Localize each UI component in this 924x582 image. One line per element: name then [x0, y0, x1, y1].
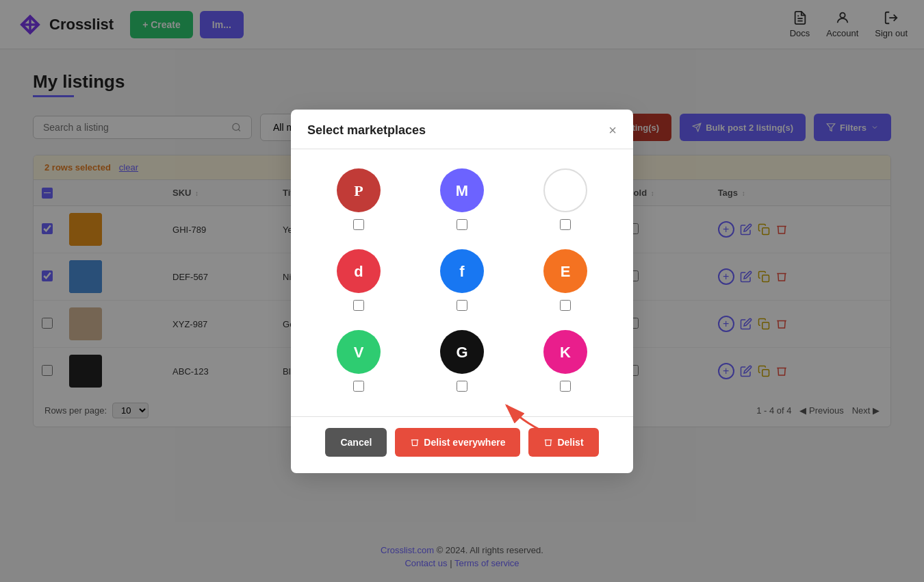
modal-overlay[interactable]: Select marketplaces × P M — [0, 0, 924, 582]
delist-everywhere-icon — [410, 438, 420, 447]
mercari-checkbox[interactable] — [457, 219, 467, 230]
google-icon: 🛍 — [543, 168, 587, 212]
modal-body: P M 🛍 — [291, 149, 633, 411]
depop-checkbox[interactable] — [353, 300, 364, 311]
poshmark-checkbox[interactable] — [353, 219, 364, 230]
facebook-icon: f — [440, 249, 484, 293]
marketplace-item-google: 🛍 — [543, 168, 587, 230]
etsy-checkbox[interactable] — [560, 300, 571, 311]
grailed-checkbox[interactable] — [457, 381, 467, 392]
google-checkbox[interactable] — [560, 219, 571, 230]
svg-text:M: M — [456, 182, 468, 199]
svg-text:P: P — [355, 182, 363, 199]
marketplace-item-mercari: M — [440, 168, 484, 230]
vestiaire-icon: V — [337, 330, 381, 374]
etsy-icon: E — [543, 249, 587, 293]
kidizen-checkbox[interactable] — [560, 381, 571, 392]
grailed-icon: G — [440, 330, 484, 374]
svg-text:V: V — [354, 344, 364, 361]
svg-text:K: K — [560, 344, 571, 361]
depop-icon: d — [337, 249, 381, 293]
svg-text:f: f — [459, 263, 465, 280]
cancel-button[interactable]: Cancel — [325, 428, 387, 457]
marketplace-item-facebook: f — [440, 249, 484, 311]
marketplace-item-poshmark: P — [337, 168, 381, 230]
svg-text:d: d — [355, 263, 363, 280]
marketplace-item-grailed: G — [440, 330, 484, 392]
delist-icon — [543, 438, 553, 447]
mercari-icon: M — [440, 168, 484, 212]
modal-header: Select marketplaces × — [291, 110, 633, 149]
modal-divider — [291, 416, 633, 417]
modal-close-button[interactable]: × — [608, 123, 617, 137]
poshmark-icon: P — [337, 168, 381, 212]
modal-footer: Cancel Delist everywhere Delist — [291, 428, 633, 473]
vestiaire-checkbox[interactable] — [353, 381, 364, 392]
marketplace-item-depop: d — [337, 249, 381, 311]
facebook-checkbox[interactable] — [457, 300, 467, 311]
marketplace-item-kidizen: K — [543, 330, 587, 392]
kidizen-icon: K — [543, 330, 587, 374]
marketplace-item-vestiaire: V — [337, 330, 381, 392]
modal-title: Select marketplaces — [307, 123, 426, 138]
select-marketplaces-modal: Select marketplaces × P M — [291, 110, 633, 473]
delist-everywhere-button[interactable]: Delist everywhere — [395, 428, 520, 457]
marketplace-grid: P M 🛍 — [307, 168, 617, 392]
marketplace-item-etsy: E — [543, 249, 587, 311]
delist-button[interactable]: Delist — [528, 428, 598, 457]
svg-text:E: E — [560, 263, 570, 280]
svg-text:G: G — [456, 344, 467, 361]
